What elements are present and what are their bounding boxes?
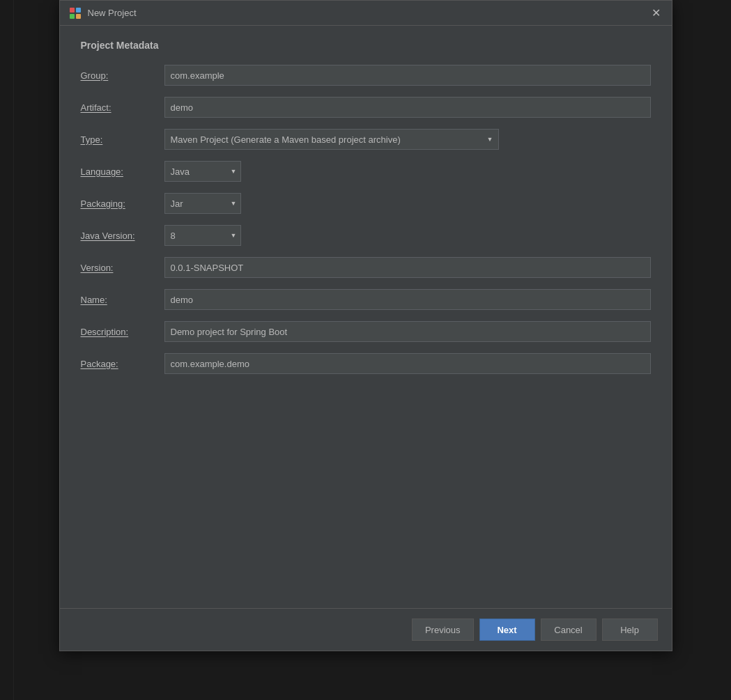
group-label: Group: <box>81 70 164 81</box>
svg-rect-0 <box>70 8 75 13</box>
java-version-select-wrapper: 8 11 17 21 <box>164 225 241 246</box>
packaging-select-wrapper: Jar War <box>164 193 241 214</box>
version-label: Version: <box>81 263 164 273</box>
version-row: Version: <box>81 257 651 278</box>
name-input[interactable] <box>164 289 651 310</box>
previous-button[interactable]: Previous <box>412 619 474 641</box>
language-select-wrapper: Java Kotlin Groovy <box>164 161 241 182</box>
artifact-input[interactable] <box>164 97 651 118</box>
dialog-title: New Project <box>88 8 137 18</box>
artifact-label: Artifact: <box>81 102 164 113</box>
packaging-row: Packaging: Jar War <box>81 193 651 214</box>
packaging-label: Packaging: <box>81 199 164 209</box>
svg-rect-2 <box>70 14 75 19</box>
type-select-wrapper: Maven Project (Generate a Maven based pr… <box>164 129 499 150</box>
description-label: Description: <box>81 327 164 337</box>
java-version-row: Java Version: 8 11 17 21 <box>81 225 651 246</box>
title-bar: New Project ✕ <box>60 1 672 26</box>
name-row: Name: <box>81 289 651 310</box>
java-version-select[interactable]: 8 11 17 21 <box>164 225 241 246</box>
package-input[interactable] <box>164 353 651 374</box>
type-select[interactable]: Maven Project (Generate a Maven based pr… <box>164 129 499 150</box>
type-row: Type: Maven Project (Generate a Maven ba… <box>81 129 651 150</box>
language-label: Language: <box>81 166 164 177</box>
svg-rect-1 <box>76 8 81 13</box>
version-input[interactable] <box>164 257 651 278</box>
dialog-footer: Previous Next Cancel Help <box>60 608 672 651</box>
description-input[interactable] <box>164 321 651 342</box>
package-row: Package: <box>81 353 651 374</box>
section-title: Project Metadata <box>81 40 651 51</box>
language-row: Language: Java Kotlin Groovy <box>81 161 651 182</box>
app-icon <box>68 6 82 20</box>
cancel-button[interactable]: Cancel <box>541 619 597 641</box>
java-version-label: Java Version: <box>81 231 164 241</box>
svg-rect-3 <box>76 14 81 19</box>
dialog-content: Project Metadata Group: Artifact: Type: <box>60 26 672 608</box>
help-button[interactable]: Help <box>602 619 658 641</box>
group-row: Group: <box>81 65 651 86</box>
close-button[interactable]: ✕ <box>649 6 663 20</box>
artifact-row: Artifact: <box>81 97 651 118</box>
group-input[interactable] <box>164 65 651 86</box>
description-row: Description: <box>81 321 651 342</box>
next-button[interactable]: Next <box>479 619 535 641</box>
name-label: Name: <box>81 295 164 305</box>
language-select[interactable]: Java Kotlin Groovy <box>164 161 241 182</box>
packaging-select[interactable]: Jar War <box>164 193 241 214</box>
package-label: Package: <box>81 359 164 369</box>
type-label: Type: <box>81 134 164 145</box>
